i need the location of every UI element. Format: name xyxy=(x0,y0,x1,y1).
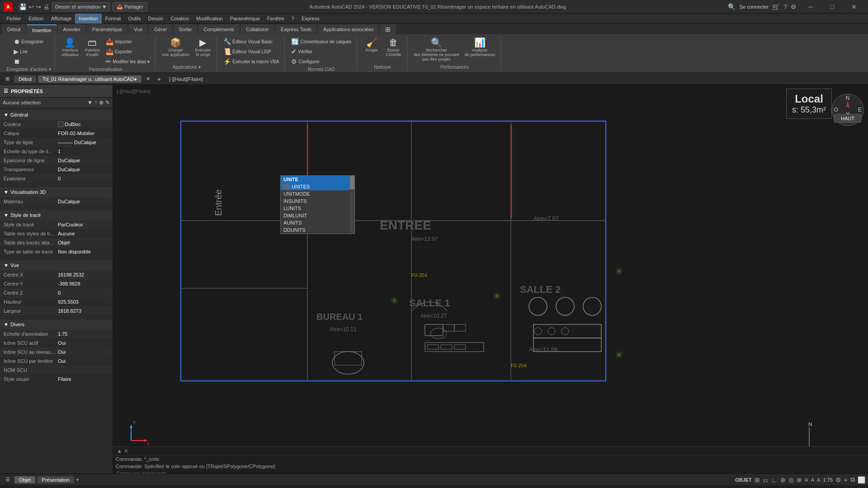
settings-icon[interactable]: ⚙ xyxy=(791,3,797,10)
save-icon[interactable]: 💾 xyxy=(19,3,27,10)
selection-dropdown[interactable]: Aucune sélection ▼ ↑ ⊕ ✎ xyxy=(0,98,113,108)
ribbon-btn-importer[interactable]: 📥Importer xyxy=(104,37,151,46)
add-status-icon[interactable]: + xyxy=(844,476,848,483)
vue-section-header[interactable]: ▼ Vue xyxy=(0,260,113,270)
cmd-close-icon[interactable]: ✕ xyxy=(124,448,128,454)
menu-outils[interactable]: Outils xyxy=(124,14,144,23)
presentation-tab[interactable]: Présentation xyxy=(37,476,74,483)
menu-parametrique[interactable]: Paramétrique xyxy=(226,14,264,23)
ribbon-btn-charger[interactable]: 📦 Chargerune application xyxy=(160,37,191,58)
menu-insertion[interactable]: Insertion xyxy=(75,14,101,23)
selection-extra-icon1[interactable]: ↑ xyxy=(94,99,97,106)
fullscreen-icon[interactable]: ⬜ xyxy=(858,476,865,483)
close-button[interactable]: ✕ xyxy=(844,0,864,14)
anno-visibility-icon[interactable]: A xyxy=(817,477,820,483)
object-snap-icon[interactable]: ◎ xyxy=(788,476,794,483)
autocomplete-dropdown[interactable]: UNITE UNITES UNITMODE INSUNITS LUNITS DI… xyxy=(280,175,355,234)
ortho-icon[interactable]: ∟ xyxy=(771,476,778,483)
ribbon-tab-extra[interactable]: ⊞ xyxy=(380,24,396,34)
help-icon[interactable]: ? xyxy=(783,3,787,10)
menu-format[interactable]: Format xyxy=(102,14,125,23)
ribbon-tab-apps[interactable]: Applications associées xyxy=(318,24,379,34)
autocomplete-item-0[interactable]: UNITES xyxy=(281,183,354,190)
scrollbar-thumb[interactable] xyxy=(350,176,354,189)
grid-icon[interactable]: ⊞ xyxy=(755,476,760,483)
drawing-canvas[interactable]: ENTREE Aire=13.97 BUREAU 1 Aire=10.11 SA… xyxy=(113,85,868,474)
home-tab-button[interactable]: ⊞ xyxy=(3,75,12,83)
minimize-button[interactable]: ─ xyxy=(800,0,821,14)
ribbon-btn-rechercher[interactable]: 🔍 Rechercherdes éléments ne pouvantpas ê… xyxy=(412,37,461,62)
ribbon-btn-arret[interactable]: ⏹ xyxy=(12,57,45,66)
share-button[interactable]: 📤 Partager xyxy=(113,2,147,11)
ribbon-btn-analyser[interactable]: 📊 Analyserde performances xyxy=(463,37,497,58)
workspace-switch-icon[interactable]: ⧉ xyxy=(850,476,855,483)
ribbon-btn-purger[interactable]: 🧹 Purger xyxy=(362,37,382,53)
menu-affichage[interactable]: Affichage xyxy=(47,14,75,23)
panel-header[interactable]: ☰ PROPRIÉTÉS xyxy=(0,85,113,98)
doc-tab-main[interactable]: Td_01 Réaménager u...utilisant AutoCAD● xyxy=(38,75,141,83)
ribbon-btn-verifier[interactable]: ✔Vérifier xyxy=(289,47,353,56)
ribbon-tab-vue[interactable]: Vue xyxy=(128,24,148,34)
scale-value[interactable]: 1:75 xyxy=(823,477,832,483)
autocomplete-item-6[interactable]: DDUNITS xyxy=(281,226,354,234)
sidebar-toggle-btn[interactable]: ☰ xyxy=(3,476,13,483)
ribbon-btn-palettes[interactable]: 🗃 Palettesd'outils xyxy=(82,37,102,58)
ribbon-btn-lire[interactable]: ▶Lire xyxy=(12,47,45,56)
menu-help[interactable]: ? xyxy=(288,14,298,23)
ribbon-tab-annoter[interactable]: Annoter xyxy=(58,24,86,34)
ribbon-tab-insertion[interactable]: Insertion xyxy=(27,24,57,34)
settings-gear-icon[interactable]: ⚙ xyxy=(835,476,841,483)
ribbon-btn-configurer[interactable]: ⚙Configurer xyxy=(289,57,353,66)
autocomplete-item-1[interactable]: UNITMODE xyxy=(281,190,354,197)
menu-modification[interactable]: Modification xyxy=(193,14,226,23)
ribbon-tab-collaborer[interactable]: Collaborer xyxy=(241,24,274,34)
autocomplete-input[interactable]: UNITE xyxy=(281,176,354,183)
autocomplete-item-2[interactable]: INSUNITS xyxy=(281,197,354,205)
ribbon-btn-visual-basic[interactable]: 🔧Éditeur Visual Basic xyxy=(222,37,281,46)
ribbon-btn-convertisseur[interactable]: 🔄Convertisseur de calques xyxy=(289,37,353,46)
style-trace-section-header[interactable]: ▼ Style de tracé xyxy=(0,210,113,220)
print-icon[interactable]: 🖨 xyxy=(43,3,49,10)
general-section-header[interactable]: ▼ Général xyxy=(0,110,113,120)
ribbon-btn-exporter[interactable]: 📤Exporter xyxy=(104,47,151,56)
autocomplete-item-4[interactable]: DIMLUNIT xyxy=(281,212,354,219)
menu-express[interactable]: Express xyxy=(298,14,323,23)
ribbon-btn-visual-lisp[interactable]: 📜Éditeur Visual LISP xyxy=(222,47,281,56)
canvas-viewport[interactable]: ENTREE Aire=13.97 BUREAU 1 Aire=10.11 SA… xyxy=(113,85,868,474)
redo-icon[interactable]: ↪ xyxy=(36,3,41,10)
nav-cube[interactable]: N S O E HAUT xyxy=(830,92,861,123)
autocomplete-item-5[interactable]: AUNITS xyxy=(281,219,354,226)
lineweight-icon[interactable]: ≡ xyxy=(805,476,808,483)
selection-extra-icon2[interactable]: ⊕ xyxy=(99,99,104,106)
new-doc-button[interactable]: + xyxy=(155,75,164,84)
selection-extra-icon3[interactable]: ✎ xyxy=(105,99,110,106)
snap-grid-icon[interactable]: ⚏ xyxy=(763,476,769,483)
menu-fenetre[interactable]: Fenêtre xyxy=(264,14,288,23)
maximize-button[interactable]: □ xyxy=(822,0,843,14)
divers-section-header[interactable]: ▼ Divers xyxy=(0,319,113,329)
ribbon-tab-parametrique[interactable]: Paramétrique xyxy=(87,24,127,34)
vis3d-section-header[interactable]: ▼ Visualisation 3D xyxy=(0,187,113,197)
store-icon[interactable]: 🛒 xyxy=(772,3,780,10)
command-input[interactable] xyxy=(117,471,864,474)
ribbon-tab-debut[interactable]: Début xyxy=(2,24,26,34)
ribbon-tab-complements[interactable]: Compléments xyxy=(198,24,240,34)
ribbon-btn-enregistrer[interactable]: ⏺Enregistrer xyxy=(12,37,45,46)
ribbon-btn-modifier-alias[interactable]: ✏Modifier les alias ▾ xyxy=(104,57,151,66)
menu-fichier[interactable]: Fichier xyxy=(3,14,25,23)
doc-tab-debut[interactable]: Début xyxy=(14,75,36,83)
annotation-scale-icon[interactable]: A xyxy=(811,477,814,483)
ribbon-btn-executer-script[interactable]: ▶ Exécuterle script xyxy=(193,37,213,58)
ribbon-btn-interface[interactable]: 👤 Interfaceutilisateur xyxy=(60,37,81,58)
add-layout-button[interactable]: + xyxy=(76,477,79,483)
close-doc-btn[interactable]: ✕ xyxy=(143,75,153,83)
color-swatch[interactable] xyxy=(58,122,63,127)
search-icon[interactable]: 🔍 xyxy=(728,3,736,10)
ribbon-btn-epurer[interactable]: 🗑 ÉpurerContrôle xyxy=(383,37,403,58)
menu-cotation[interactable]: Cotation xyxy=(167,14,193,23)
autocomplete-item-3[interactable]: LUNITS xyxy=(281,205,354,212)
ribbon-tab-express[interactable]: Express Tools xyxy=(275,24,317,34)
ribbon-tab-sortie[interactable]: Sortie xyxy=(173,24,197,34)
menu-dessin[interactable]: Dessin xyxy=(145,14,167,23)
workspace-selector[interactable]: Dessin et annotation ▼ xyxy=(52,2,110,11)
